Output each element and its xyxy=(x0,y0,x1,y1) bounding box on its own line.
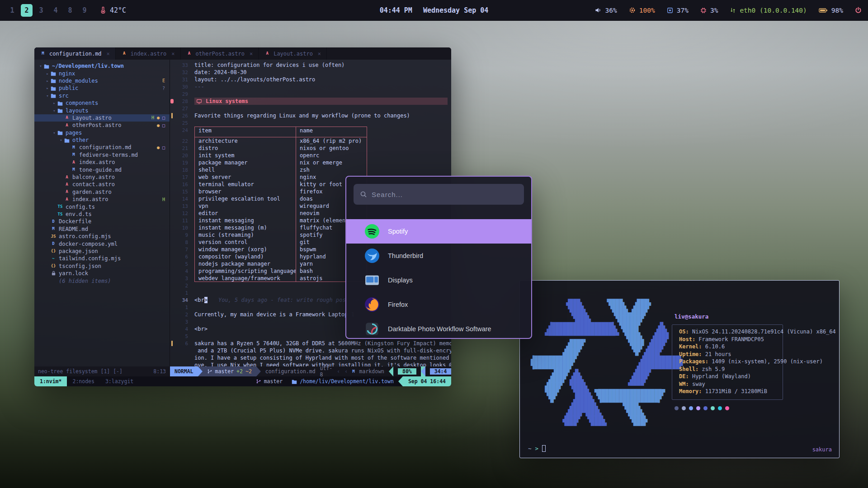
close-icon[interactable]: × xyxy=(107,51,110,57)
line-number: 26 xyxy=(175,113,188,119)
tree-item-nginx[interactable]: ▸nginx xyxy=(34,70,170,77)
tab-Layout.astro[interactable]: ALayout.astro× xyxy=(259,47,327,60)
close-icon[interactable]: × xyxy=(250,51,253,57)
sign-column xyxy=(170,152,175,159)
tree-item-other[interactable]: ▾other xyxy=(34,136,170,144)
line-number: 4 xyxy=(175,268,188,274)
buffer-text: and a 2TB (Crucial P5 Plus) NVMe drive. … xyxy=(194,347,451,354)
tree-item-components[interactable]: ▸components xyxy=(34,99,170,107)
battery-module[interactable]: 98% xyxy=(819,7,843,14)
chevron-icon: ▸ xyxy=(52,101,57,105)
disk-module[interactable]: 37% xyxy=(667,7,689,14)
tab-configuration.md[interactable]: Mconfiguration.md× xyxy=(34,47,116,60)
status-row: neo-tree filesystem [1] [-] 8:13 NORMAL … xyxy=(34,366,451,376)
launcher-item-displays[interactable]: Displays xyxy=(346,268,531,292)
tree-item-Dockerfile[interactable]: DDockerfile xyxy=(34,218,170,225)
tree-item-astro.config.mjs[interactable]: JSastro.config.mjs xyxy=(34,233,170,240)
volume-module[interactable]: 36% xyxy=(594,7,617,14)
workspace-1[interactable]: 1 xyxy=(6,4,18,17)
line-number: 7 xyxy=(175,247,188,253)
fetch-key: Shell: xyxy=(679,366,702,372)
chevron-icon: ▾ xyxy=(38,64,43,68)
tree-item-pages[interactable]: ▾pages xyxy=(34,129,170,136)
tree-item-index.astro[interactable]: Aindex.astroH xyxy=(34,196,170,203)
tree-item-public[interactable]: ▸public? xyxy=(34,84,170,92)
workspace-3[interactable]: 3 xyxy=(35,4,47,17)
line-number: 17 xyxy=(175,174,188,180)
line-number: 2 xyxy=(175,312,188,318)
tree-item-~/Development/liv.town[interactable]: ▾~/Development/liv.town xyxy=(34,62,170,70)
tmux-window-2:nodes[interactable]: 2:nodes xyxy=(67,376,99,386)
tree-item-label: components xyxy=(66,100,98,106)
folder-icon xyxy=(43,64,50,69)
tmux-window-1:nvim*[interactable]: 1:nvim* xyxy=(34,376,67,386)
launcher-item-spotify[interactable]: Spotify xyxy=(346,219,531,244)
launcher-item-darktable[interactable]: Darktable Photo Workflow Software xyxy=(346,317,531,339)
screen-icon xyxy=(196,99,202,104)
tree-item-index.astro[interactable]: Aindex.astro xyxy=(34,159,170,166)
tree-item-label: astro.config.mjs xyxy=(59,233,111,239)
tree-item-fediverse-terms.md[interactable]: Mfediverse-terms.md xyxy=(34,151,170,159)
tree-item-config.ts[interactable]: TSconfig.ts xyxy=(34,203,170,210)
logo-segment: ▜███▙ xyxy=(531,315,616,322)
workspace-9[interactable]: 9 xyxy=(79,4,90,17)
tree-item-node_modules[interactable]: ▸node_modulesE xyxy=(34,77,170,84)
search-input[interactable] xyxy=(372,191,518,198)
line-number: 19 xyxy=(175,160,188,166)
tree-item-label: Dockerfile xyxy=(59,218,91,225)
tree-item-package.json[interactable]: {}package.json xyxy=(34,248,170,255)
disk-icon xyxy=(667,7,673,14)
tree-item-layouts[interactable]: ▾layouts xyxy=(34,107,170,114)
fetch-value: 21 hours xyxy=(705,351,731,357)
folder-icon xyxy=(57,101,63,106)
launcher-item-firefox[interactable]: Firefox xyxy=(346,292,531,317)
tab-index.astro[interactable]: Aindex.astro× xyxy=(116,47,181,60)
badge: ● xyxy=(157,123,160,128)
sign-column xyxy=(170,311,175,318)
workspace-8[interactable]: 8 xyxy=(64,4,76,17)
tree-item-otherPost.astro[interactable]: AotherPost.astro●□ xyxy=(34,122,170,129)
tree-item-label: package.json xyxy=(59,248,98,254)
tree-item-tone-guide.md[interactable]: Mtone-guide.md xyxy=(34,166,170,173)
network-module[interactable]: eth0 (10.0.0.140) xyxy=(730,7,807,14)
sign-column xyxy=(170,134,175,137)
tree-item-src[interactable]: ▾src xyxy=(34,92,170,99)
tree-item-balcony.astro[interactable]: Abalcony.astro xyxy=(34,174,170,181)
logo-segment: ▜██████████▛ xyxy=(531,362,637,369)
tree-item-garden.astro[interactable]: Agarden.astro xyxy=(34,188,170,196)
tab-otherPost.astro[interactable]: AotherPost.astro× xyxy=(181,47,259,60)
tree-item-configuration.md[interactable]: Mconfiguration.md●□ xyxy=(34,144,170,151)
tree-item-env.d.ts[interactable]: TSenv.d.ts xyxy=(34,211,170,218)
file-tree[interactable]: ▾~/Development/liv.town▸nginx▸node_modul… xyxy=(34,60,170,366)
tree-item-Layout.astro[interactable]: ALayout.astroH●□ xyxy=(34,114,170,122)
fetch-info-row: Kernel: 6.10.6 xyxy=(679,343,834,351)
workspace-2[interactable]: 2 xyxy=(21,4,33,17)
tmux-window-3:lazygit[interactable]: 3:lazygit xyxy=(100,376,139,386)
logo-segment: ▟███████████▛ xyxy=(531,356,641,362)
brightness-module[interactable]: 100% xyxy=(629,7,655,14)
md-file-icon: M xyxy=(50,227,57,231)
fetch-terminal[interactable]: ▗▄▄▄ ▗▄▄▄▄ ▄▄▄▖ ▜███▙ ▜███▙ ▟███▛ ▜███▙ … xyxy=(519,280,840,458)
tree-item-README.md[interactable]: MREADME.md xyxy=(34,225,170,233)
clock-time: 04:44 PM xyxy=(380,6,412,14)
tree-item-tsconfig.json[interactable]: {}tsconfig.json xyxy=(34,263,170,270)
tree-item-contact.astro[interactable]: Acontact.astro xyxy=(34,181,170,188)
buffer-line: and a 2TB (Crucial P5 Plus) NVMe drive. … xyxy=(170,347,451,354)
sign-column xyxy=(170,289,175,296)
terminal-color-palette xyxy=(675,406,729,410)
close-icon[interactable]: × xyxy=(318,51,321,57)
cpu-module[interactable]: 3% xyxy=(700,7,718,14)
logo-segment: ▜██▛ xyxy=(531,389,573,396)
tree-item-label: Layout.astro xyxy=(72,115,112,121)
tree-item-label: tsconfig.json xyxy=(59,263,101,269)
tree-item-(6 hidden items)[interactable]: (6 hidden items) xyxy=(34,277,170,284)
power-module[interactable] xyxy=(855,7,862,14)
tree-item-yarn.lock[interactable]: yarn.lock xyxy=(34,270,170,277)
close-icon[interactable]: × xyxy=(171,51,175,57)
launcher-item-thunderbird[interactable]: Thunderbird xyxy=(346,244,531,268)
tree-item-docker-compose.yml[interactable]: Ddocker-compose.yml xyxy=(34,240,170,247)
buffer-line xyxy=(170,134,451,137)
workspace-4[interactable]: 4 xyxy=(50,4,61,17)
tree-item-tailwind.config.mjs[interactable]: ~tailwind.config.mjs xyxy=(34,255,170,262)
launcher-search[interactable] xyxy=(354,184,524,205)
